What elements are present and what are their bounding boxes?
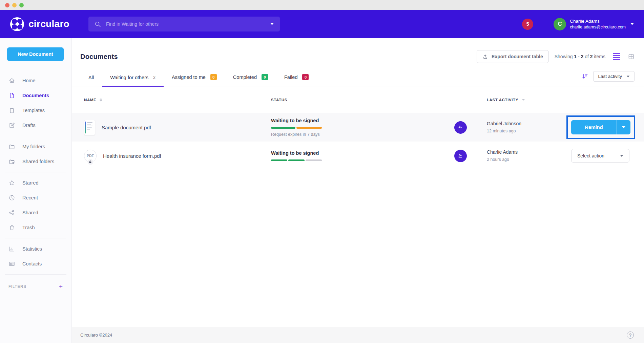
document-name[interactable]: Health insurance form.pdf: [103, 153, 161, 159]
tab-label: Assigned to me: [172, 74, 206, 80]
document-name-cell[interactable]: Sample document.pdf: [84, 120, 271, 135]
maximize-button[interactable]: [19, 3, 24, 7]
signing-progress-bar: [271, 159, 454, 161]
sidebar-item-starred[interactable]: Starred: [0, 175, 71, 190]
folder-icon: [8, 143, 15, 150]
status-label: Waiting to be signed: [271, 150, 454, 156]
user-name: Charlie Adams: [570, 18, 626, 24]
header-right: 5 C Charlie Adams charlie.adams@circular…: [522, 18, 634, 30]
sort-direction-icon[interactable]: [582, 73, 588, 80]
notifications-badge[interactable]: 5: [522, 19, 533, 30]
brand-logo[interactable]: circularo: [10, 17, 69, 31]
sidebar-item-trash[interactable]: Trash: [0, 220, 71, 235]
tab-label: Waiting for others: [110, 75, 148, 80]
chevron-down-icon[interactable]: [522, 99, 525, 101]
sidebar-item-statistics[interactable]: Statistics: [0, 241, 71, 256]
user-menu-caret-icon: [630, 23, 634, 25]
tab-badge: 0: [262, 74, 268, 80]
help-icon[interactable]: ?: [627, 331, 634, 339]
activity-time: 2 hours ago: [487, 157, 571, 163]
tab-count: 2: [153, 75, 155, 80]
search-scope-caret-icon[interactable]: [270, 23, 274, 25]
sidebar-item-drafts[interactable]: Drafts: [0, 118, 71, 133]
grid-view-icon[interactable]: [628, 53, 635, 60]
status-label: Waiting to be signed: [271, 118, 454, 123]
activity-time: 12 minutes ago: [487, 128, 571, 134]
status-note: Request expires in 7 days: [271, 132, 454, 137]
tab-label: All: [88, 75, 94, 80]
tab-waiting-for-others[interactable]: Waiting for others 2: [102, 75, 164, 87]
sort-arrows-icon[interactable]: [100, 98, 102, 102]
table-row[interactable]: Sample document.pdf Waiting to be signed…: [72, 113, 644, 142]
tab-assigned-to-me[interactable]: Assigned to me 0: [164, 74, 225, 87]
tab-badge: 0: [302, 74, 309, 80]
remind-button[interactable]: Remind: [571, 120, 617, 134]
copyright-text: Circularo ©2024: [80, 333, 112, 338]
remind-split-button[interactable]: Remind: [571, 120, 630, 134]
shared-folder-icon: [8, 158, 15, 165]
sidebar-item-label: Statistics: [22, 246, 42, 252]
document-name-cell[interactable]: PDF Health insurance form.pdf: [84, 150, 271, 162]
column-header-name[interactable]: NAME: [84, 98, 271, 102]
brand-name: circularo: [28, 19, 69, 29]
signing-progress-bar: [271, 127, 454, 129]
add-filter-button[interactable]: +: [59, 283, 63, 290]
signer-name: Charlie Adams: [487, 149, 571, 156]
contact-card-icon: [8, 260, 15, 267]
main-header: Documents Export document table Showing …: [72, 38, 644, 63]
tab-all[interactable]: All: [80, 75, 102, 87]
new-document-button[interactable]: New Document: [7, 47, 64, 61]
sidebar-item-label: Contacts: [22, 261, 42, 266]
select-action-dropdown[interactable]: Select action: [571, 149, 629, 163]
sidebar-item-shared[interactable]: Shared: [0, 205, 71, 220]
pdf-label: PDF: [87, 154, 94, 158]
sidebar-item-label: Drafts: [22, 123, 36, 128]
table-row[interactable]: PDF Health insurance form.pdf Waiting to…: [72, 142, 644, 170]
action-highlight-box: Remind: [566, 115, 635, 139]
remind-dropdown-caret[interactable]: [617, 120, 630, 134]
sidebar-divider: [5, 274, 66, 275]
table-header: NAME STATUS LAST ACTIVITY: [72, 86, 644, 113]
app-window: circularo Find in Waiting for others 5 C…: [0, 0, 644, 343]
tab-failed[interactable]: Failed 0: [276, 74, 317, 87]
document-icon: [8, 92, 15, 99]
trash-icon: [8, 224, 15, 231]
sidebar: New Document Home Documents Templates Dr…: [0, 38, 72, 343]
column-header-last-activity[interactable]: LAST ACTIVITY: [487, 98, 571, 102]
signature-avatar-icon: [454, 121, 467, 134]
sidebar-item-home[interactable]: Home: [0, 73, 71, 88]
export-document-table-button[interactable]: Export document table: [477, 50, 549, 63]
sidebar-item-my-folders[interactable]: My folders: [0, 139, 71, 154]
column-header-status[interactable]: STATUS: [271, 98, 454, 102]
sidebar-nav: Home Documents Templates Drafts My: [0, 73, 71, 278]
search-bar[interactable]: Find in Waiting for others: [88, 17, 280, 31]
list-view-icon[interactable]: [613, 53, 620, 60]
sort-by-dropdown[interactable]: Last activity: [593, 71, 635, 82]
sidebar-item-contacts[interactable]: Contacts: [0, 256, 71, 271]
lock-icon: [87, 159, 93, 165]
chevron-down-icon: [627, 76, 630, 77]
filters-label: FILTERS: [8, 284, 26, 288]
close-button[interactable]: [5, 3, 9, 7]
bar-chart-icon: [8, 245, 15, 252]
minimize-button[interactable]: [12, 3, 17, 7]
sort-controls: Last activity: [582, 71, 635, 86]
app-header: circularo Find in Waiting for others 5 C…: [0, 10, 644, 38]
sidebar-item-recent[interactable]: Recent: [0, 190, 71, 205]
user-menu[interactable]: C Charlie Adams charlie.adams@circularo.…: [554, 18, 634, 30]
signer-name: Gabriel Johnson: [487, 121, 571, 127]
sidebar-item-documents[interactable]: Documents: [0, 88, 71, 103]
document-name[interactable]: Sample document.pdf: [102, 125, 151, 130]
main-header-right: Export document table Showing 1 - 2 of 2…: [477, 50, 635, 63]
sidebar-divider: [5, 172, 66, 172]
status-cell: Waiting to be signed Request expires in …: [271, 118, 454, 137]
export-button-label: Export document table: [492, 54, 543, 59]
user-meta: Charlie Adams charlie.adams@circularo.co…: [570, 18, 626, 30]
chevron-down-icon: [620, 155, 623, 157]
sidebar-item-templates[interactable]: Templates: [0, 103, 71, 118]
tab-label: Completed: [233, 74, 257, 80]
tab-completed[interactable]: Completed 0: [225, 74, 276, 87]
main-content: Documents Export document table Showing …: [72, 38, 644, 343]
sidebar-item-label: Shared: [22, 210, 38, 215]
sidebar-item-shared-folders[interactable]: Shared folders: [0, 154, 71, 169]
